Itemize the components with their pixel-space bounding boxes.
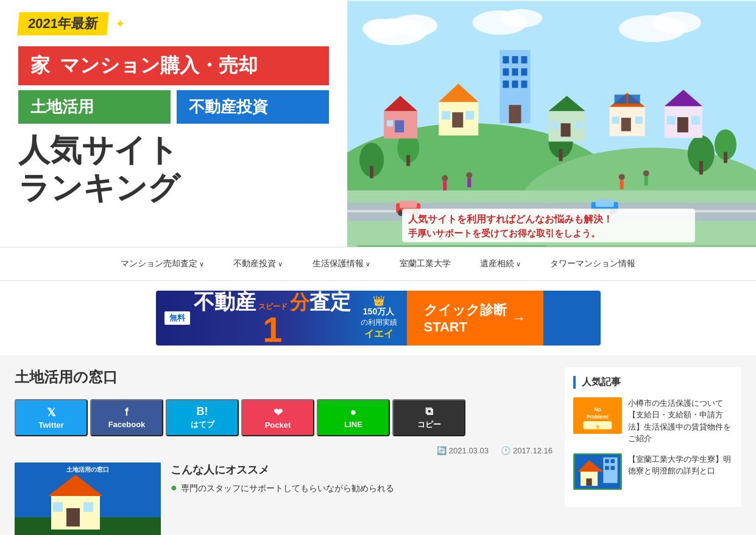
svg-rect-25 xyxy=(395,120,404,132)
svg-rect-14 xyxy=(370,166,373,178)
svg-point-72 xyxy=(619,174,625,180)
popular-title: 人気記事 xyxy=(573,376,733,389)
svg-rect-71 xyxy=(467,178,471,187)
illustration-area: 人気サイトを利用すればどんなお悩みも解決！ 手厚いサポートを受けてお得な取引をし… xyxy=(347,0,756,247)
banner-unit: 分 xyxy=(290,291,309,317)
cta-line2: START xyxy=(424,319,507,335)
banner-section: 無料 不動産 スピード 1 分 査定 👑 150万人 の利用実績 イエイ クイッ… xyxy=(0,281,756,355)
svg-rect-65 xyxy=(596,199,614,207)
nav-link-tower[interactable]: タワーマンション情報 xyxy=(535,247,650,280)
updated-date: 🔄 2021.03.03 xyxy=(437,446,489,455)
hero-mansion-label: マンション購入・売却 xyxy=(60,52,258,79)
line-share-button[interactable]: ● LINE xyxy=(317,399,390,436)
hero-title-line1: 人気サイト xyxy=(18,131,329,169)
cta-text-group: クイック診断 START xyxy=(424,301,507,335)
svg-rect-16 xyxy=(406,155,410,166)
twitter-share-button[interactable]: 𝕏 Twitter xyxy=(15,399,88,436)
cta-line1: クイック診断 xyxy=(424,301,507,319)
svg-rect-47 xyxy=(576,121,583,129)
svg-rect-18 xyxy=(699,161,703,174)
banner-suffix: 査定 xyxy=(309,291,351,317)
banner-num: 1 xyxy=(263,312,282,345)
popular-link-2[interactable]: 【室蘭工業大学の学生寮】明徳寮と明澄館の詳判と口 xyxy=(628,455,731,476)
hero-section: 2021年最新 ✦ 家 マンション購入・売却 土地活用 不動産投資 人気サイト … xyxy=(0,0,756,247)
popular-item-1: No Problem! 👆 小樽市の生活保護について【支給日・支給額・申請方法】… xyxy=(573,397,733,445)
hero-land-btn[interactable]: 土地活用 xyxy=(18,90,171,124)
hateb-share-button[interactable]: B! はてブ xyxy=(166,399,239,436)
thumb2-svg xyxy=(574,455,621,489)
svg-rect-46 xyxy=(551,121,558,129)
svg-point-74 xyxy=(643,170,649,176)
nav-link-investment[interactable]: 不動産投資 xyxy=(219,247,297,280)
nav-link-inheritance[interactable]: 遺産相続 xyxy=(465,247,535,280)
svg-rect-50 xyxy=(615,94,627,104)
svg-rect-59 xyxy=(691,116,700,124)
nav-item-inheritance[interactable]: 遺産相続 xyxy=(465,247,535,280)
article-title: 土地活用の窓口 xyxy=(15,367,553,392)
svg-rect-40 xyxy=(512,80,518,88)
banner-title-group: 不動産 スピード 1 分 査定 xyxy=(194,291,351,345)
nav-link-university[interactable]: 室蘭工業大学 xyxy=(385,247,465,280)
pocket-label: Pocket xyxy=(265,420,291,430)
svg-rect-98 xyxy=(605,459,609,463)
refresh-icon: 🔄 xyxy=(437,446,447,455)
hero-svg: 人気サイトを利用すればどんなお悩みも解決！ 手厚いサポートを受けてお得な取引をし… xyxy=(347,0,756,247)
svg-rect-35 xyxy=(521,56,527,63)
copy-icon: ⧉ xyxy=(425,405,433,418)
line-label: LINE xyxy=(344,420,362,429)
popular-articles-section: 人気記事 No Problem! 👆 小樽市の生活保護について【支給 xyxy=(565,367,741,507)
recommend-item: ● 専門のスタッフにサポートしてもらいながら勧められる xyxy=(171,482,394,495)
svg-rect-73 xyxy=(620,180,624,189)
created-date: 🕐 2017.12.16 xyxy=(501,446,553,455)
svg-rect-26 xyxy=(387,120,393,126)
nav-link-mansion[interactable]: マンション売却査定 xyxy=(106,247,219,280)
nav-item-livelihood[interactable]: 生活保護情報 xyxy=(298,247,385,280)
popular-thumb-image-1: No Problem! 👆 xyxy=(573,397,622,434)
recommend-list: ● 専門のスタッフにサポートしてもらいながら勧められる xyxy=(171,482,394,495)
facebook-share-button[interactable]: f Facebook xyxy=(90,399,163,436)
svg-rect-83 xyxy=(66,508,80,526)
nav-item-mansion[interactable]: マンション売却査定 xyxy=(106,247,219,280)
svg-text:人気サイトを利用すればどんなお悩みも解決！: 人気サイトを利用すればどんなお悩みも解決！ xyxy=(408,213,613,225)
svg-rect-37 xyxy=(512,68,518,76)
svg-text:No: No xyxy=(594,406,601,412)
share-buttons-group: 𝕏 Twitter f Facebook B! はてブ ❤ Pocket ● L… xyxy=(15,399,553,436)
popular-thumb-1: No Problem! 👆 xyxy=(573,397,622,434)
popular-item-2: 【室蘭工業大学の学生寮】明徳寮と明澄館の詳判と口 xyxy=(573,453,733,490)
thumb-image: 土地活用の窓口 いちばん身に合った活用方法をサポートするサイト xyxy=(15,462,161,535)
nav-link-livelihood[interactable]: 生活保護情報 xyxy=(298,247,385,280)
copy-button[interactable]: ⧉ コピー xyxy=(392,399,465,436)
svg-text:👆: 👆 xyxy=(595,423,601,428)
nav-item-university[interactable]: 室蘭工業大学 xyxy=(385,247,465,280)
svg-rect-39 xyxy=(503,80,509,88)
hero-main-title: 人気サイト ランキング xyxy=(18,131,329,207)
hero-title-row2: 土地活用 不動産投資 xyxy=(18,90,329,124)
sparkle-decoration: ✦ xyxy=(115,17,125,30)
popular-link-1[interactable]: 小樽市の生活保護について【支給日・支給額・申請方法】生活保護中の賃貸物件をご紹介 xyxy=(628,399,731,444)
line-icon: ● xyxy=(350,406,357,419)
main-nav: マンション売却査定 不動産投資 生活保護情報 室蘭工業大学 遺産相続 タワーマン… xyxy=(0,247,756,281)
stat2-text: の利用実績 xyxy=(361,317,397,328)
advertisement-banner[interactable]: 無料 不動産 スピード 1 分 査定 👑 150万人 の利用実績 イエイ クイッ… xyxy=(156,291,601,345)
thumb-svg: 土地活用の窓口 いちばん身に合った活用方法をサポートするサイト xyxy=(15,462,161,535)
article-intro: 土地活用の窓口 いちばん身に合った活用方法をサポートするサイト こんな人にオスス… xyxy=(15,462,553,535)
banner-cta-button[interactable]: クイック診断 START → xyxy=(407,291,543,345)
hero-realestate-btn[interactable]: 不動産投資 xyxy=(177,90,329,124)
nav-item-tower[interactable]: タワーマンション情報 xyxy=(535,247,650,280)
pocket-icon: ❤ xyxy=(274,406,283,419)
svg-point-3 xyxy=(362,19,399,38)
svg-rect-38 xyxy=(521,68,527,76)
svg-point-70 xyxy=(466,172,472,178)
svg-point-68 xyxy=(442,175,448,181)
free-label: 無料 xyxy=(164,311,190,325)
pocket-share-button[interactable]: ❤ Pocket xyxy=(241,399,314,436)
article-recommend-section: こんな人にオススメ ● 専門のスタッフにサポートしてもらいながら勧められる xyxy=(171,462,394,535)
svg-rect-85 xyxy=(83,502,93,512)
svg-rect-61 xyxy=(400,200,417,208)
svg-rect-96 xyxy=(586,478,592,486)
svg-rect-20 xyxy=(724,152,727,163)
recommend-heading: こんな人にオススメ xyxy=(171,462,394,477)
popular-thumb-2 xyxy=(573,453,622,490)
nav-item-investment[interactable]: 不動産投資 xyxy=(219,247,297,280)
svg-text:手厚いサポートを受けてお得な取引をしよう。: 手厚いサポートを受けてお得な取引をしよう。 xyxy=(408,228,600,238)
